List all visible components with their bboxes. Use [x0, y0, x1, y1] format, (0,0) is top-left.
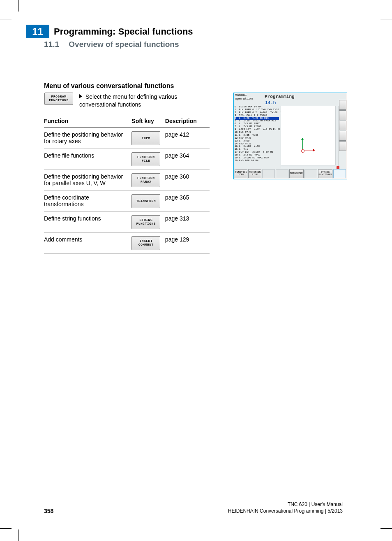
softkey-label-line2: PARAX	[141, 180, 152, 184]
table-cell-function: Define file functions	[44, 149, 131, 170]
page-footer: 358 TNC 620 | User's Manual HEIDENHAIN C…	[44, 501, 343, 514]
ss-side-button[interactable]	[339, 121, 346, 130]
section-title-text: Overview of special functions	[69, 40, 179, 49]
ss-softkey-string-functions[interactable]: STRING FUNCTIONS	[318, 169, 332, 178]
page: 11 Programming: Special functions 11.1 O…	[0, 0, 392, 541]
crop-mark	[379, 529, 379, 541]
softkey-label-line1: TCPM	[142, 137, 150, 140]
page-number: 358	[44, 508, 53, 514]
ss-preview-canvas	[281, 106, 339, 168]
footer-line-1: TNC 620 | User's Manual	[228, 501, 343, 508]
ss-side-button[interactable]	[339, 100, 346, 110]
hmi-screenshot: Manual operation Programming 14.h 0 BEGI…	[233, 93, 347, 179]
table-cell-description: page 313	[165, 212, 210, 233]
table-cell-function: Define coordinate transformations	[44, 191, 131, 212]
ss-softkey-function-tcpm[interactable]: FUNCTION TCPM	[235, 169, 247, 178]
intro-text: Select the menu for defining various con…	[79, 93, 177, 108]
section-number: 11.1	[44, 40, 67, 49]
ss-softkey-empty[interactable]	[304, 169, 317, 178]
table-header-softkey: Soft key	[131, 114, 165, 128]
ss-code-listing: 0 BEGIN PGM 14 MM 1 BLK FORM 0.1 Z X+0 Y…	[235, 106, 280, 163]
section-title: 11.1 Overview of special functions	[44, 40, 179, 49]
table-row: Add comments INSERTCOMMENT page 129	[44, 233, 210, 254]
softkey-function-parax[interactable]: FUNCTIONPARAX	[131, 173, 160, 187]
ss-code-post: 5 L Z-20 Y-50 R0 FMAX M13 6 L Z-5 R0 FMA…	[235, 119, 284, 162]
softkey-insert-comment[interactable]: INSERTCOMMENT	[131, 236, 160, 250]
table-row: Define the positioning behavior for para…	[44, 170, 210, 191]
crop-mark	[379, 0, 379, 12]
ss-softkey-final[interactable]	[333, 169, 346, 178]
chapter-number-badge: 11	[26, 25, 49, 38]
ss-mode-label: Manual operation	[234, 93, 265, 100]
crop-mark	[380, 528, 392, 529]
softkey-label-line2: FUNCTIONS	[136, 222, 156, 226]
ss-softkey-transform[interactable]: TRANSFORM	[289, 169, 303, 178]
table-row: Define coordinate transformations TRANSF…	[44, 191, 210, 212]
footer-line-2: HEIDENHAIN Conversational Programming | …	[228, 508, 343, 514]
table-cell-function: Add comments	[44, 233, 131, 254]
table-cell-function: Define the positioning behavior for para…	[44, 170, 131, 191]
ss-program-label: Programming	[265, 94, 295, 99]
softkey-label-line2: FILE	[142, 159, 150, 163]
chapter-title: Programming: Special functions	[54, 26, 193, 37]
ss-right-toolbar	[339, 100, 346, 168]
table-header-function: Function	[44, 114, 131, 128]
ss-scrollbar-v[interactable]	[335, 106, 338, 165]
crop-mark	[0, 528, 12, 529]
softkey-label-line2: COMMENT	[138, 243, 154, 247]
table-cell-description: page 129	[165, 233, 210, 254]
table-cell-description: page 365	[165, 191, 210, 212]
subheading: Menu of various conversational functions	[44, 82, 174, 90]
table-row: Define the positioning behavior for rota…	[44, 128, 210, 149]
ss-side-button[interactable]	[339, 131, 346, 141]
table-header-description: Description	[165, 114, 210, 128]
ss-softkey-empty[interactable]	[262, 169, 275, 178]
ss-scrollbar-h[interactable]	[281, 165, 338, 168]
ss-filename: 14.h	[265, 100, 276, 105]
triangle-bullet-icon	[79, 94, 82, 98]
softkey-function-file[interactable]: FUNCTIONFILE	[131, 152, 160, 166]
table-cell-function: Define the positioning behavior for rota…	[44, 128, 131, 149]
table-cell-function: Define string functions	[44, 212, 131, 233]
softkey-program-functions[interactable]: PROGRAM FUNCTIONS	[44, 93, 73, 105]
table-row: Define file functions FUNCTIONFILE page …	[44, 149, 210, 170]
crop-mark	[18, 0, 18, 12]
ss-side-button[interactable]	[339, 110, 346, 120]
table-row: Define string functions STRINGFUNCTIONS …	[44, 212, 210, 233]
table-cell-description: page 360	[165, 170, 210, 191]
crop-mark	[0, 19, 12, 19]
ss-code-pre: 0 BEGIN PGM 14 MM 1 BLK FORM 0.1 Z X+0 Y…	[235, 105, 285, 117]
table-cell-description: page 364	[165, 149, 210, 170]
ss-softkey-empty[interactable]	[276, 169, 288, 178]
ss-softkey-row: FUNCTION TCPM FUNCTION FILE TRANSFORM ST…	[235, 169, 346, 178]
softkey-transform[interactable]: TRANSFORM	[131, 194, 160, 208]
crop-mark	[380, 19, 392, 19]
crop-mark	[18, 529, 18, 541]
intro-paragraph: Select the menu for defining various con…	[79, 93, 198, 109]
softkey-tcpm[interactable]: TCPM	[131, 131, 160, 145]
ss-side-button[interactable]	[339, 141, 346, 151]
softkey-label-line2: FUNCTIONS	[49, 99, 69, 102]
table-cell-description: page 412	[165, 128, 210, 149]
functions-table: Function Soft key Description Define the…	[44, 114, 210, 254]
softkey-label-line1: TRANSFORM	[136, 200, 156, 203]
softkey-string-functions[interactable]: STRINGFUNCTIONS	[131, 215, 160, 229]
ss-softkey-function-file[interactable]: FUNCTION FILE	[248, 169, 261, 178]
